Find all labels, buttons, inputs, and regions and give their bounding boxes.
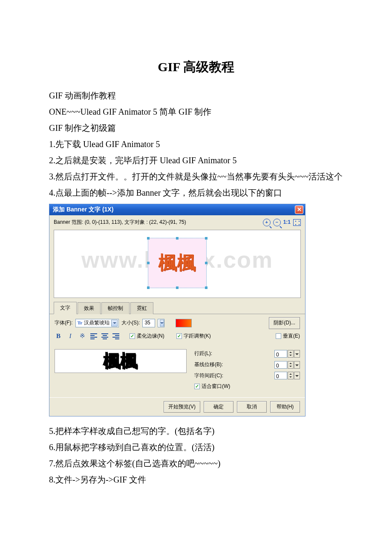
baseline-value[interactable]: 0 <box>274 361 287 369</box>
bold-icon[interactable]: B <box>55 332 62 340</box>
kerning-checkbox[interactable]: ✓ 字距调整(K) <box>176 332 211 341</box>
soften-label: 柔化边缘(N) <box>137 332 164 341</box>
body-text: 2.之后就是安装，完毕后打开 Ulead GIF Animator 5 <box>49 153 343 168</box>
cancel-button[interactable]: 取消 <box>237 401 267 413</box>
embedded-screenshot: 添加 Banner 文字 (1X) ✕ Banner 范围: (0, 0)-(1… <box>49 204 306 416</box>
baseline-label: 基线位移(B): <box>194 360 223 370</box>
vertical-checkbox[interactable]: 垂直(E) <box>276 332 300 341</box>
chevron-down-icon[interactable] <box>111 320 118 327</box>
banner-range-text: Banner 范围: (0, 0)-(113, 113), 文字对象 : (22… <box>54 218 260 227</box>
tab-effect[interactable]: 效果 <box>78 302 101 315</box>
sample-textbox[interactable]: 楓楓 <box>55 349 187 373</box>
soften-checkbox[interactable]: ✓ 柔化边缘(N) <box>130 332 164 341</box>
body-text: 4.点最上面的帧-->添加 Banner 文字，然后就会出现以下的窗口 <box>49 185 343 200</box>
body-text: 3.然后点打开文件。。打开的文件就是头像拉~~当然事先要有头头~~~活活这个 <box>49 169 343 184</box>
preview-text: 楓楓 <box>159 246 196 280</box>
align-center-icon[interactable] <box>101 333 108 339</box>
tab-text[interactable]: 文字 <box>54 302 77 315</box>
dialog-info-row: Banner 范围: (0, 0)-(113, 113), 文字对象 : (22… <box>49 215 305 230</box>
fit-window-label: 适合窗口(W) <box>202 382 230 391</box>
body-text: 6.用鼠标把字移动到自己喜欢的位置。(活活) <box>49 439 343 455</box>
body-text: 7.然后点效果这个标签(自己选喜欢的吧~~~~~) <box>49 456 343 471</box>
lower-panel: 楓楓 行距(L): 0 基线位移(B): 0 <box>49 347 305 397</box>
italic-icon[interactable]: I <box>66 332 74 340</box>
dialog-title: 添加 Banner 文字 (1X) <box>53 204 295 215</box>
align-right-icon[interactable] <box>112 333 119 339</box>
kerning-label: 字距调整(K) <box>184 332 211 341</box>
baseline-spinner[interactable]: 0 <box>274 361 300 369</box>
size-input[interactable]: 35 <box>142 319 155 327</box>
add-banner-text-dialog: 添加 Banner 文字 (1X) ✕ Banner 范围: (0, 0)-(1… <box>49 204 306 416</box>
text-color-swatch[interactable] <box>176 319 192 327</box>
body-text: 8.文件->另存为->GIF 文件 <box>49 472 343 487</box>
preview-canvas[interactable]: www.bdocx.com 楓楓 <box>54 230 301 298</box>
zoom-ratio-label[interactable]: 1:1 <box>283 218 291 227</box>
zoom-out-icon[interactable]: − <box>273 219 281 226</box>
body-text: 5.把样本字样改成自己想写的字。(包括名字) <box>49 423 343 439</box>
char-spacing-value[interactable]: 0 <box>274 372 287 379</box>
fit-screen-icon[interactable] <box>293 219 301 226</box>
page-title: GIF 高级教程 <box>49 55 343 78</box>
line-spacing-value[interactable]: 0 <box>274 350 287 358</box>
ok-button[interactable]: 确定 <box>204 401 233 413</box>
vertical-label: 垂直(E) <box>283 332 300 341</box>
size-dropdown[interactable] <box>158 319 164 327</box>
line-spacing-spinner[interactable]: 0 <box>274 350 300 358</box>
font-combo[interactable]: Tr 汉鼎繁琥珀 <box>75 319 119 327</box>
zoom-in-icon[interactable]: + <box>263 219 271 226</box>
body-text: ONE~~~Ulead GIF Animator 5 简单 GIF 制作 <box>49 104 343 119</box>
body-text: GIF 制作之初级篇 <box>49 120 343 136</box>
tab-bar: 文字 效果 帧控制 霓虹 <box>49 301 305 315</box>
dialog-footer: 开始预览(V) 确定 取消 帮助(H) <box>49 397 305 416</box>
align-left-icon[interactable] <box>90 333 97 339</box>
start-preview-button[interactable]: 开始预览(V) <box>164 401 200 413</box>
help-button[interactable]: 帮助(H) <box>270 401 300 413</box>
shadow-button[interactable]: 阴影(D)... <box>269 317 300 329</box>
size-label: 大小(S): <box>121 318 140 328</box>
dialog-titlebar[interactable]: 添加 Banner 文字 (1X) ✕ <box>49 204 305 215</box>
body-text: 1.先下载 Ulead GIF Animator 5 <box>49 136 343 152</box>
sample-text-value: 楓楓 <box>104 346 138 376</box>
line-spacing-label: 行距(L): <box>194 349 212 358</box>
close-icon[interactable]: ✕ <box>295 205 303 214</box>
fit-window-checkbox[interactable]: ✓ 适合窗口(W) <box>194 382 230 391</box>
text-object[interactable]: 楓楓 <box>148 238 207 288</box>
font-name-value: 汉鼎繁琥珀 <box>84 318 110 328</box>
controls-panel: 字体(F): Tr 汉鼎繁琥珀 大小(S): 35 阴影(D)... <box>49 314 305 347</box>
body-text: GIF 动画制作教程 <box>49 88 343 103</box>
tab-frame-control[interactable]: 帧控制 <box>101 302 130 315</box>
font-label: 字体(F): <box>55 318 73 328</box>
char-map-icon[interactable]: ※ <box>78 332 86 340</box>
truetype-icon: Tr <box>78 319 82 327</box>
chevron-down-icon[interactable] <box>160 320 164 327</box>
tab-neon[interactable]: 霓虹 <box>130 302 153 315</box>
char-spacing-spinner[interactable]: 0 <box>274 372 300 379</box>
char-spacing-label: 字符间距(C): <box>194 371 223 381</box>
